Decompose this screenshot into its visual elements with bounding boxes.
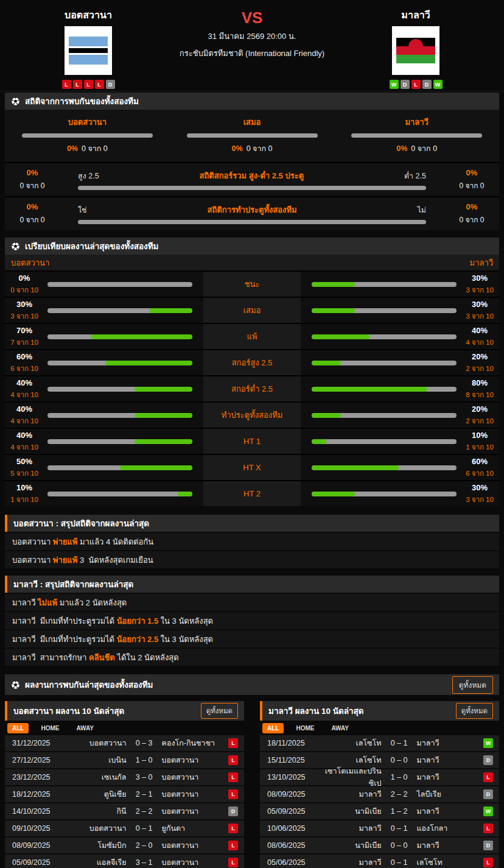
soccer-ball-icon: [11, 242, 20, 251]
compare-away-side: 40%4 จาก 10: [301, 324, 499, 349]
away-team: มาลาวี: [417, 771, 483, 783]
compare-away-side: 60%6 จาก 10: [301, 455, 499, 480]
away-summary-header: มาลาวี : สรุปสถิติจากผลงานล่าสุด: [5, 576, 499, 593]
h2h-draw-bar: [187, 133, 318, 138]
compare-home-name: บอตสวานา: [11, 256, 49, 269]
table-row: 05/09/2025แอลจีเรีย3 – 1บอตสวานาL: [5, 855, 244, 868]
compare-home-side: 70%7 จาก 10: [5, 324, 203, 349]
compare-row: 30%3 จาก 10เสมอ30%3 จาก 10: [5, 298, 499, 324]
compare-home-side: 0%0 จาก 10: [5, 272, 203, 297]
view-all-button[interactable]: ดูทั้งหมด: [452, 676, 493, 694]
over-under-bar: [78, 186, 426, 190]
away-stat: 10%1 จาก 10: [460, 431, 499, 453]
away-stat: 30%3 จาก 10: [460, 300, 499, 322]
tab-home[interactable]: HOME: [36, 723, 64, 733]
home-team: นามิเบีย: [321, 839, 382, 852]
match-score: 2 – 2: [127, 807, 162, 816]
home-stat: 50%5 จาก 10: [5, 457, 44, 479]
away-team: บอตสวานา: [162, 839, 228, 852]
compare-title: เปรียบเทียบผลงานล่าสุดของทั้งสองทีม: [25, 239, 159, 253]
btts-title: สถิติการทำประตูทั้งสองทีม: [207, 203, 296, 216]
home-team: บอตสวานา: [66, 822, 127, 834]
soccer-ball-icon: [11, 680, 20, 690]
form-badge-l: L: [411, 80, 421, 89]
btts-left-stat: 0%0 จาก 0: [5, 202, 60, 225]
table-row: 09/10/2025บอตสวานา0 – 1ยูกันดาL: [5, 820, 244, 836]
compare-away-side: 80%8 จาก 10: [301, 376, 499, 401]
away-stat: 20%2 จาก 10: [460, 404, 499, 426]
compare-row-label: HT X: [203, 455, 301, 480]
h2h-results-header: ผลงานการพบกันล่าสุดของทั้งสองทีม ดูทั้งห…: [5, 674, 499, 695]
home-progress-bar: [47, 282, 192, 287]
compare-away-side: 30%3 จาก 10: [301, 481, 499, 506]
btts-yes-label: ใช่: [78, 204, 87, 216]
table-right-rows: 18/11/2025เลโซโท0 – 1มาลาวีW15/11/2025เล…: [260, 735, 499, 868]
away-results-table: มาลาวี ผลงาน 10 นัดล่าสุด ดูทั้งหมด ALL …: [260, 701, 499, 868]
home-team: บอตสวานา: [66, 737, 127, 749]
match-date: 27/12/2025: [5, 756, 66, 764]
table-row: 31/12/2025บอตสวานา0 – 3คองโก-กินชาชาL: [5, 735, 244, 751]
home-team-block: บอตสวานา LLLLD: [37, 0, 140, 89]
tab-home[interactable]: HOME: [291, 723, 319, 733]
compare-away-side: 30%3 จาก 10: [301, 272, 499, 297]
tab-all[interactable]: ALL: [7, 723, 29, 733]
view-all-button[interactable]: ดูทั้งหมด: [201, 703, 238, 719]
table-row: 18/11/2025เลโซโท0 – 1มาลาวีW: [260, 735, 499, 751]
match-score: 0 – 1: [127, 824, 162, 833]
match-date: 18/11/2025: [260, 739, 321, 747]
home-progress-bar: [47, 387, 192, 392]
form-badge-d: D: [106, 80, 115, 89]
match-score: 0 – 1: [382, 824, 417, 833]
home-progress-bar: [47, 334, 192, 339]
form-badge-l: L: [84, 80, 93, 89]
tab-away[interactable]: AWAY: [326, 723, 354, 733]
home-team: ตูนิเซีย: [66, 788, 127, 800]
home-stat: 40%4 จาก 10: [5, 431, 44, 453]
home-team: กินี: [66, 805, 127, 817]
match-score: 2 – 1: [127, 790, 162, 799]
away-team: มาลาวี: [417, 754, 483, 766]
home-team: นามิเบีย: [321, 805, 382, 817]
away-progress-bar: [312, 334, 457, 339]
home-team: โมซัมบิก: [66, 839, 127, 852]
table-row: 05/06/2025มาลาวี0 – 1เลโซโทL: [260, 855, 499, 868]
home-summary-rows: บอตสวานา พ่ายแพ้ มาแล้ว 4 นัดติดต่อกันบอ…: [5, 533, 499, 568]
home-table-header: บอตสวานา ผลงาน 10 นัดล่าสุด ดูทั้งหมด: [5, 701, 244, 721]
tab-away[interactable]: AWAY: [71, 723, 99, 733]
h2h-stats-section: สถิติจากการพบกันของทั้งสองทีม บอตสวานา 0…: [5, 93, 499, 230]
home-progress-bar: [47, 439, 192, 444]
home-summary-header: บอตสวานา : สรุปสถิติจากผลงานล่าสุด: [5, 515, 499, 532]
home-progress-bar: [47, 465, 192, 470]
away-team-flag: [392, 26, 439, 75]
compare-away-side: 20%2 จาก 10: [301, 403, 499, 428]
away-table-tabs: ALL HOME AWAY: [260, 721, 499, 735]
match-score: 2 – 0: [127, 841, 162, 850]
away-progress-bar: [312, 361, 457, 365]
table-row: 18/12/2025ตูนิเซีย2 – 1บอตสวานาL: [5, 786, 244, 802]
home-stat: 0%0 จาก 10: [5, 273, 44, 295]
result-badge: L: [483, 824, 493, 833]
table-row: 08/06/2025นามิเบีย0 – 0มาลาวีD: [260, 838, 499, 853]
table-row: 10/06/2025มาลาวี0 – 1แองโกลาL: [260, 820, 499, 836]
home-progress-bar: [47, 361, 192, 365]
match-score: 1 – 0: [127, 756, 162, 764]
tab-all[interactable]: ALL: [262, 723, 284, 733]
away-team: บอตสวานา: [162, 788, 228, 800]
h2h-col-home: บอตสวานา 0%0 จาก 0: [5, 116, 170, 155]
home-stat: 40%4 จาก 10: [5, 404, 44, 426]
match-date: 05/09/2025: [260, 807, 321, 816]
home-stat: 30%3 จาก 10: [5, 300, 44, 322]
h2h-over-under-row: 0%0 จาก 0 สูง 2.5 สถิติสกอร์รวม สูง-ต่ำ …: [5, 163, 499, 197]
result-badge: D: [483, 841, 493, 850]
away-stat: 30%3 จาก 10: [460, 273, 499, 295]
result-badge: L: [228, 772, 238, 782]
btts-right-stat: 0%0 จาก 0: [444, 202, 499, 225]
away-team-block: มาลาวี WDLDW: [364, 0, 467, 89]
away-team: มาลาวี: [417, 839, 483, 852]
away-stat: 80%8 จาก 10: [460, 378, 499, 400]
home-progress-bar: [47, 492, 192, 496]
away-team: บอตสวานา: [162, 856, 228, 868]
home-team: มาลาวี: [321, 788, 382, 800]
result-badge: D: [483, 755, 493, 765]
view-all-button[interactable]: ดูทั้งหมด: [456, 703, 493, 719]
